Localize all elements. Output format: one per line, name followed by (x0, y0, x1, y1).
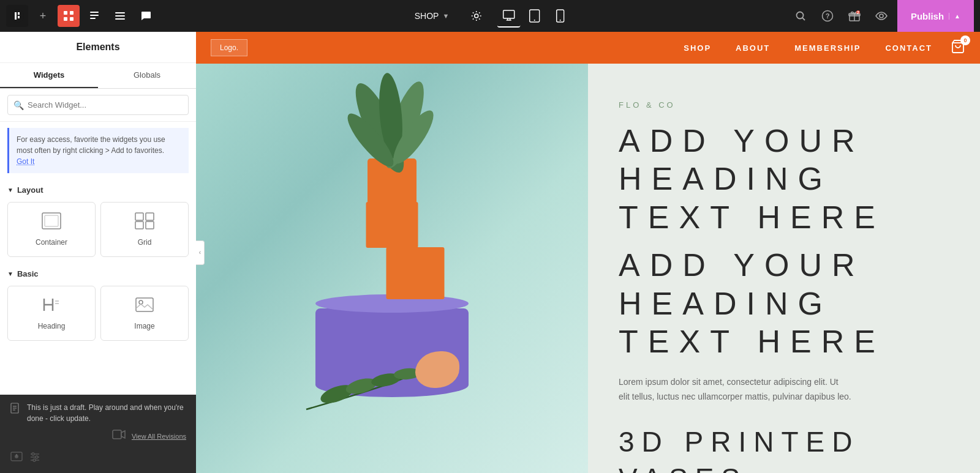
pages-panel-button[interactable] (83, 5, 105, 27)
hero-content: FLO & CO ADD YOURHEADINGTEXT HERE ADD YO… (588, 64, 980, 473)
svg-rect-11 (115, 12, 125, 13)
gift-button[interactable]: 2 (843, 5, 865, 27)
cart-count-badge: 0 (960, 35, 970, 45)
hero-section: FLO & CO ADD YOURHEADINGTEXT HERE ADD YO… (196, 64, 980, 473)
desktop-view-button[interactable] (497, 4, 520, 28)
draft-bottom-bar (0, 450, 196, 473)
svg-rect-37 (135, 222, 143, 229)
canvas-area: ‹ Logo. SHOP ABOUT MEMBERSHIP CONTACT (196, 32, 980, 473)
svg-rect-7 (70, 17, 74, 21)
layout-arrow-icon: ▼ (7, 187, 13, 193)
svg-point-58 (36, 456, 38, 458)
draft-text: This is just a draft. Play around and wh… (27, 402, 186, 424)
svg-rect-6 (64, 17, 67, 21)
svg-rect-35 (135, 213, 143, 220)
settings-icon (28, 450, 42, 467)
main-layout: Elements Widgets Globals 🔍 For easy acce… (0, 32, 980, 473)
tab-globals[interactable]: Globals (98, 63, 196, 88)
hero-bottom-heading: 3D PRINTEDVASES (619, 424, 949, 473)
svg-point-14 (474, 14, 478, 18)
hero-body-text: Lorem ipsum dolor sit amet, consectetur … (619, 375, 851, 404)
container-widget[interactable]: Container (7, 202, 96, 257)
cart-icon[interactable]: 0 (951, 39, 965, 57)
nav-link-membership[interactable]: MEMBERSHIP (794, 43, 861, 53)
svg-rect-2 (18, 12, 20, 15)
svg-rect-10 (90, 18, 96, 19)
elements-panel-button[interactable] (58, 5, 80, 27)
svg-rect-34 (45, 215, 58, 226)
search-button[interactable] (790, 5, 812, 27)
svg-point-22 (559, 20, 560, 21)
orange-box-large (386, 247, 445, 299)
left-panel: Elements Widgets Globals 🔍 For easy acce… (0, 32, 196, 473)
svg-text:?: ? (826, 12, 830, 20)
brand-tag: FLO & CO (619, 100, 949, 110)
svg-rect-1 (15, 12, 17, 20)
preview-button[interactable] (870, 5, 892, 27)
svg-point-20 (533, 20, 535, 21)
tab-widgets[interactable]: Widgets (0, 63, 98, 88)
device-switcher (497, 4, 571, 28)
basic-section-header[interactable]: ▼ Basic (0, 263, 196, 282)
draft-icon (10, 402, 22, 416)
hero-heading-1: ADD YOURHEADINGTEXT HERE (619, 122, 949, 236)
svg-rect-44 (136, 298, 153, 311)
svg-rect-38 (146, 222, 154, 229)
container-icon (42, 212, 61, 233)
layers-panel-button[interactable] (109, 5, 131, 27)
svg-text:2: 2 (857, 10, 859, 15)
svg-point-59 (33, 459, 36, 461)
hero-heading-2: ADD YOURHEADINGTEXT HERE (619, 246, 949, 360)
publish-button[interactable]: Publish ▲ (897, 0, 974, 32)
video-icon (112, 429, 126, 443)
page-settings-button[interactable] (465, 5, 487, 27)
search-input[interactable] (7, 95, 189, 115)
layout-widgets-grid: Container Grid (0, 198, 196, 263)
basic-arrow-icon: ▼ (7, 270, 13, 277)
comments-panel-button[interactable] (135, 5, 157, 27)
svg-line-24 (802, 18, 805, 20)
orange-box-medium (366, 202, 418, 248)
nav-link-shop[interactable]: SHOP (684, 43, 711, 53)
nav-link-contact[interactable]: CONTACT (885, 43, 932, 53)
got-it-link[interactable]: Got It (17, 157, 34, 166)
svg-rect-13 (115, 18, 125, 20)
elementor-logo[interactable] (6, 5, 28, 27)
preview-frame[interactable]: Logo. SHOP ABOUT MEMBERSHIP CONTACT 0 (196, 32, 980, 473)
toolbar-center: SHOP ▼ (409, 4, 572, 28)
page-selector[interactable]: SHOP ▼ (409, 7, 456, 24)
grid-icon (135, 212, 154, 233)
view-revisions-link[interactable]: View All Revisions (132, 433, 186, 440)
svg-point-57 (32, 453, 34, 455)
image-icon (135, 296, 154, 317)
add-element-button[interactable]: + (32, 5, 54, 27)
tablet-view-button[interactable] (522, 4, 546, 28)
panel-collapse-handle[interactable]: ‹ (196, 240, 205, 265)
help-button[interactable]: ? (816, 5, 839, 27)
plant-leaves-svg (343, 67, 441, 177)
mobile-view-button[interactable] (548, 4, 571, 28)
svg-rect-9 (90, 15, 99, 16)
svg-point-32 (880, 14, 883, 18)
nav-logo[interactable]: Logo. (211, 39, 247, 56)
nav-links: SHOP ABOUT MEMBERSHIP CONTACT (684, 43, 932, 53)
widget-search-bar: 🔍 (0, 89, 196, 122)
svg-rect-8 (90, 12, 99, 13)
svg-rect-15 (503, 10, 514, 18)
svg-rect-4 (64, 11, 67, 15)
panel-tabs: Widgets Globals (0, 63, 196, 89)
hero-image (196, 64, 588, 473)
plant-scene (288, 103, 496, 434)
nav-link-about[interactable]: ABOUT (736, 43, 770, 53)
image-widget[interactable]: Image (100, 286, 189, 341)
grid-widget[interactable]: Grid (100, 202, 189, 257)
layout-section-header[interactable]: ▼ Layout (0, 179, 196, 198)
svg-point-23 (796, 12, 803, 19)
svg-rect-50 (113, 430, 121, 439)
branch-svg (300, 360, 435, 415)
basic-widgets-grid: Heading Image (0, 282, 196, 347)
svg-rect-36 (146, 213, 154, 220)
heading-widget[interactable]: Heading (7, 286, 96, 341)
tip-box: For easy access, favorite the widgets yo… (7, 128, 189, 173)
site-navbar: Logo. SHOP ABOUT MEMBERSHIP CONTACT 0 (196, 32, 980, 64)
